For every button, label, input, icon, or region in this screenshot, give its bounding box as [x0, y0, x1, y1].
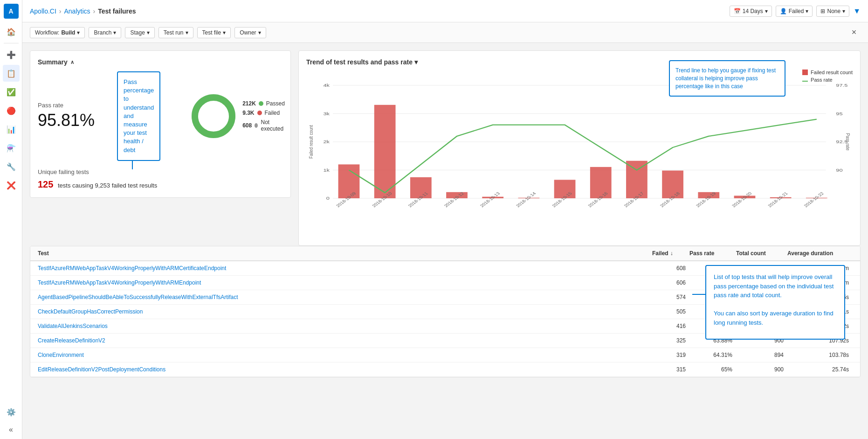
breadcrumb-app[interactable]: Apollo.CI: [30, 7, 56, 15]
col-avg-header[interactable]: Average duration: [787, 250, 853, 257]
test-name-cell[interactable]: EditReleaseDefinitionV2PostDeploymentCon…: [38, 366, 652, 373]
topbar: Apollo.CI › Analytics › Test failures 📅 …: [22, 0, 868, 22]
owner-label: Owner: [240, 29, 256, 36]
trend-chart-svg: 4k 3k 2k 1k 0 97.5 95 92.5 90 Failed res…: [306, 75, 853, 229]
calendar-icon: 📅: [734, 8, 741, 14]
sidebar-item-home[interactable]: 🏠: [3, 23, 20, 40]
test-name-cell[interactable]: TestIfAzureRMWebAppTaskV4WorkingProperly…: [38, 265, 652, 272]
donut-chart: [190, 93, 237, 139]
sidebar-item-lab[interactable]: ⚗️: [3, 139, 20, 156]
table-row: EditReleaseDefinitionV2PostDeploymentCon…: [30, 362, 860, 377]
trend-callout-text: Trend line to help you gauge if fixing t…: [675, 67, 776, 90]
branch-filter[interactable]: Branch ▾: [89, 27, 121, 38]
failed-cell: 416: [652, 323, 689, 329]
days-filter-btn[interactable]: 📅 14 Days ▾: [730, 6, 772, 17]
total-cell: 894: [736, 352, 787, 358]
chart-legend: Failed result count Pass rate: [802, 70, 853, 83]
passed-dot: [259, 101, 263, 106]
summary-header[interactable]: Summary ∧: [38, 58, 283, 66]
svg-text:90: 90: [836, 167, 842, 172]
unique-failing-section: Unique failing tests 125 tests causing 9…: [38, 168, 283, 190]
workflow-label: Workflow:: [35, 29, 59, 36]
sidebar-item-tests[interactable]: ✅: [3, 84, 20, 100]
unique-failing-count: 125 tests causing 9,253 failed test resu…: [38, 179, 283, 190]
svg-point-1: [195, 98, 232, 135]
test-name-cell[interactable]: ValidateAllJenkinsScenarios: [38, 323, 652, 329]
breadcrumb-sep2: ›: [93, 7, 96, 15]
filter-icon[interactable]: ▼: [853, 7, 861, 15]
chart-title-text: Trend of test results and pass rate: [306, 58, 413, 66]
legend-pass-label: Pass rate: [811, 77, 832, 83]
test-name-cell[interactable]: CheckDefaultGroupHasCorrectPermission: [38, 308, 652, 315]
failed-cell: 315: [652, 366, 689, 373]
chevron-owner: ▾: [258, 29, 261, 36]
chevron-down-icon3: ▾: [842, 8, 845, 14]
user-icon: 👤: [780, 8, 787, 14]
unique-count-num: 125: [38, 179, 53, 189]
svg-text:2018-10-13: 2018-10-13: [479, 191, 501, 208]
table-row: CloneEnvironment 319 64.31% 894 103.78s: [30, 348, 860, 362]
col-failed-label: Failed: [652, 250, 668, 257]
svg-text:2k: 2k: [323, 139, 330, 144]
chevron-testrun: ▾: [186, 29, 188, 36]
chart-dropdown-icon[interactable]: ▾: [414, 58, 418, 66]
failed-cell: 608: [652, 265, 689, 272]
testrun-label: Test run: [164, 29, 184, 36]
test-name-cell[interactable]: CreateReleaseDefinitionV2: [38, 337, 652, 344]
left-panel: Summary ∧ Pass rate 95.81% Pass percenta…: [30, 50, 291, 246]
svg-text:2018-10-22: 2018-10-22: [803, 191, 825, 208]
summary-panel: Summary ∧ Pass rate 95.81% Pass percenta…: [30, 50, 291, 198]
test-name-cell[interactable]: CloneEnvironment: [38, 352, 652, 358]
test-name-cell[interactable]: TestIfAzureRMWebAppTaskV4WorkingProperly…: [38, 279, 652, 286]
failed-filter-btn[interactable]: 👤 Failed ▾: [776, 6, 813, 17]
stage-filter[interactable]: Stage ▾: [125, 27, 154, 38]
sidebar-item-settings[interactable]: ⚙️: [3, 404, 20, 420]
sort-icon: ↓: [670, 250, 673, 257]
sidebar-item-collapse[interactable]: «: [3, 421, 20, 438]
topbar-actions: 📅 14 Days ▾ 👤 Failed ▾ ⊞ None ▾ ▼: [730, 6, 861, 17]
sidebar-item-settings2[interactable]: 🔧: [3, 158, 20, 175]
sidebar-item-add[interactable]: ➕: [3, 46, 20, 63]
none-filter-btn[interactable]: ⊞ None ▾: [816, 6, 849, 17]
svg-text:4k: 4k: [323, 83, 330, 88]
svg-text:3k: 3k: [323, 111, 330, 116]
workflow-value: Build: [61, 29, 75, 36]
chevron-down-icon: ▾: [765, 8, 768, 14]
avg-cell: 103.78s: [787, 352, 853, 358]
sidebar: A 🏠 ➕ 📋 ✅ 🔴 📊 ⚗️ 🔧 ❌ ⚙️ «: [0, 0, 22, 439]
table-header: Test Failed ↓ Pass rate Total count Aver…: [30, 246, 860, 261]
close-filterbar-btn[interactable]: ×: [847, 26, 861, 39]
svg-rect-20: [338, 164, 360, 198]
donut-legend: 212K Passed 9.3K Failed 608: [242, 100, 285, 132]
sidebar-item-close[interactable]: ❌: [3, 177, 20, 194]
trend-callout: Trend line to help you gauge if fixing t…: [669, 60, 785, 97]
sidebar-item-boards[interactable]: 📋: [3, 65, 20, 82]
testfile-filter[interactable]: Test file ▾: [197, 27, 231, 38]
svg-text:97.5: 97.5: [836, 83, 847, 88]
owner-filter[interactable]: Owner ▾: [234, 27, 266, 38]
testrun-filter[interactable]: Test run ▾: [158, 27, 193, 38]
days-label: 14 Days: [743, 8, 763, 14]
col-total-header[interactable]: Total count: [736, 250, 787, 257]
breadcrumb-section[interactable]: Analytics: [64, 7, 90, 15]
summary-chevron: ∧: [70, 59, 74, 65]
app-logo[interactable]: A: [4, 4, 19, 19]
unique-failing-title: Unique failing tests: [38, 168, 283, 175]
svg-text:95: 95: [836, 111, 842, 116]
svg-text:2018-10-21: 2018-10-21: [767, 191, 789, 208]
workflow-filter[interactable]: Workflow: Build ▾: [30, 27, 85, 38]
failed-count: 9.3K: [242, 110, 254, 116]
sidebar-divider: [4, 43, 19, 43]
sidebar-item-analytics[interactable]: 📊: [3, 121, 20, 138]
col-test-header: Test: [38, 250, 652, 257]
legend-failed-color: [802, 70, 808, 75]
failed-cell: 574: [652, 294, 689, 300]
col-passrate-header[interactable]: Pass rate: [689, 250, 736, 257]
col-failed-header[interactable]: Failed ↓: [652, 250, 689, 257]
chart-panel: Trend of test results and pass rate ▾ Fa…: [298, 50, 861, 246]
branch-label: Branch: [94, 29, 111, 36]
test-name-cell[interactable]: AgentBasedPipelineShouldBeAbleToSuccessf…: [38, 294, 652, 300]
bottom-callout-text2: You can also sort by average duration to…: [714, 309, 837, 327]
passed-count: 212K: [242, 100, 256, 107]
sidebar-item-pipelines[interactable]: 🔴: [3, 102, 20, 119]
